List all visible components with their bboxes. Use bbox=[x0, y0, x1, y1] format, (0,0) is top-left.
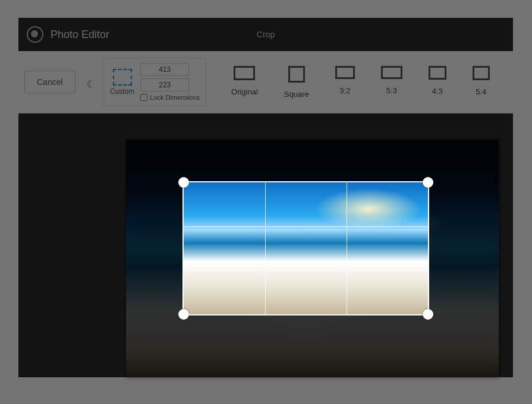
width-input[interactable] bbox=[140, 63, 189, 76]
preset-original[interactable]: Original bbox=[231, 66, 258, 99]
preset-5-3[interactable]: 5:3 bbox=[381, 66, 402, 99]
height-input[interactable] bbox=[140, 78, 189, 91]
back-chevron-icon[interactable]: ‹ bbox=[86, 72, 93, 92]
crop-toolbar: Cancel ‹ Custom Lock Dimensions Original bbox=[18, 51, 513, 113]
crop-grid-line bbox=[265, 182, 266, 314]
preset-5-3-label: 5:3 bbox=[386, 86, 397, 95]
crop-grid-line bbox=[184, 270, 428, 271]
dimension-inputs: Lock Dimensions bbox=[140, 63, 200, 101]
crop-handle-bottom-left[interactable] bbox=[178, 309, 189, 320]
app-frame: Photo Editor Crop Cancel ‹ Custom Lock D… bbox=[18, 18, 513, 377]
preset-5-4-label: 5:4 bbox=[476, 87, 486, 96]
preset-square-icon bbox=[288, 66, 305, 83]
mode-title: Crop bbox=[257, 30, 275, 39]
crop-handle-top-right[interactable] bbox=[423, 177, 433, 188]
custom-label: Custom bbox=[110, 87, 134, 96]
crop-selection[interactable] bbox=[184, 182, 428, 314]
preset-square-label: Square bbox=[284, 90, 309, 99]
preset-5-3-icon bbox=[381, 66, 402, 79]
crop-grid-line bbox=[184, 226, 428, 227]
app-logo-icon bbox=[27, 26, 43, 43]
preset-3-2-icon bbox=[335, 66, 355, 79]
lock-dimensions-row[interactable]: Lock Dimensions bbox=[140, 94, 200, 101]
preset-row: Original Square 3:2 5:3 4:3 5:4 bbox=[231, 66, 490, 99]
preset-4-3[interactable]: 4:3 bbox=[429, 66, 446, 99]
preset-original-label: Original bbox=[231, 87, 258, 96]
preset-original-icon bbox=[234, 66, 255, 80]
app-title: Photo Editor bbox=[51, 29, 109, 41]
lock-dimensions-label: Lock Dimensions bbox=[150, 94, 200, 101]
preset-4-3-icon bbox=[429, 66, 446, 80]
cancel-button[interactable]: Cancel bbox=[24, 71, 75, 93]
crop-grid-line bbox=[347, 182, 347, 314]
custom-preset[interactable]: Custom bbox=[110, 69, 134, 96]
lock-dimensions-checkbox[interactable] bbox=[140, 94, 147, 101]
preset-4-3-label: 4:3 bbox=[432, 87, 443, 96]
preset-3-2[interactable]: 3:2 bbox=[335, 66, 355, 99]
header-bar: Photo Editor Crop bbox=[18, 18, 513, 51]
crop-preview-clouds bbox=[315, 188, 422, 230]
preset-square[interactable]: Square bbox=[284, 66, 309, 99]
preset-5-4[interactable]: 5:4 bbox=[473, 66, 490, 99]
preset-5-4-icon bbox=[473, 66, 490, 80]
custom-crop-block: Custom Lock Dimensions bbox=[103, 58, 206, 106]
custom-crop-icon bbox=[113, 69, 132, 86]
preset-3-2-label: 3:2 bbox=[339, 86, 350, 95]
crop-handle-top-left[interactable] bbox=[178, 177, 189, 188]
crop-handle-bottom-right[interactable] bbox=[423, 309, 433, 320]
canvas-area bbox=[18, 113, 513, 377]
